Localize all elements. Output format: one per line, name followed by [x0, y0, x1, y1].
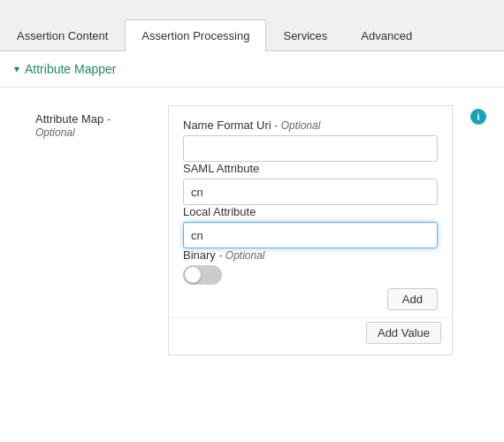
- add-value-row: Add Value: [169, 317, 452, 354]
- main-content: ▾ Attribute Mapper Attribute Map - Optio…: [0, 51, 504, 442]
- name-format-uri-input[interactable]: [183, 135, 438, 162]
- saml-attribute-group: SAML Attribute: [183, 162, 438, 205]
- info-col: i: [470, 105, 486, 355]
- saml-attribute-input[interactable]: [183, 179, 438, 205]
- inner-form: Name Format Uri - Optional SAML Attribut…: [169, 106, 452, 317]
- tab-services[interactable]: Services: [266, 19, 344, 51]
- attribute-map-inner-container: Name Format Uri - Optional SAML Attribut…: [168, 105, 453, 355]
- binary-toggle[interactable]: [183, 265, 222, 285]
- add-button-row: Add: [183, 288, 438, 310]
- section-title: Attribute Mapper: [25, 62, 117, 76]
- name-format-uri-group: Name Format Uri - Optional: [183, 118, 438, 162]
- tab-assertion-processing[interactable]: Assertion Processing: [125, 19, 266, 51]
- local-attribute-group: Local Attribute: [183, 205, 438, 248]
- saml-attribute-label: SAML Attribute: [183, 162, 438, 175]
- tab-bar: Assertion Content Assertion Processing S…: [0, 0, 504, 51]
- attribute-map-label-col: Attribute Map - Optional: [35, 105, 150, 355]
- name-format-uri-label: Name Format Uri - Optional: [183, 118, 438, 132]
- binary-group: Binary - Optional: [183, 248, 438, 285]
- info-icon[interactable]: i: [470, 109, 486, 125]
- tab-advanced[interactable]: Advanced: [344, 19, 429, 51]
- attribute-mapper-section-header: ▾ Attribute Mapper: [0, 51, 504, 88]
- local-attribute-label: Local Attribute: [183, 205, 438, 218]
- attribute-map-label: Attribute Map - Optional: [35, 112, 111, 139]
- section-toggle-icon[interactable]: ▾: [14, 63, 19, 75]
- tabs-container: Assertion Content Assertion Processing S…: [0, 0, 504, 51]
- add-button[interactable]: Add: [387, 288, 438, 310]
- form-area: Attribute Map - Optional Name Format Uri…: [0, 88, 504, 373]
- tab-assertion-content[interactable]: Assertion Content: [0, 19, 125, 51]
- local-attribute-input[interactable]: [183, 222, 438, 248]
- toggle-thumb: [185, 267, 201, 283]
- add-value-button[interactable]: Add Value: [366, 322, 441, 344]
- binary-label: Binary - Optional: [183, 248, 438, 262]
- binary-toggle-wrapper: [183, 265, 438, 285]
